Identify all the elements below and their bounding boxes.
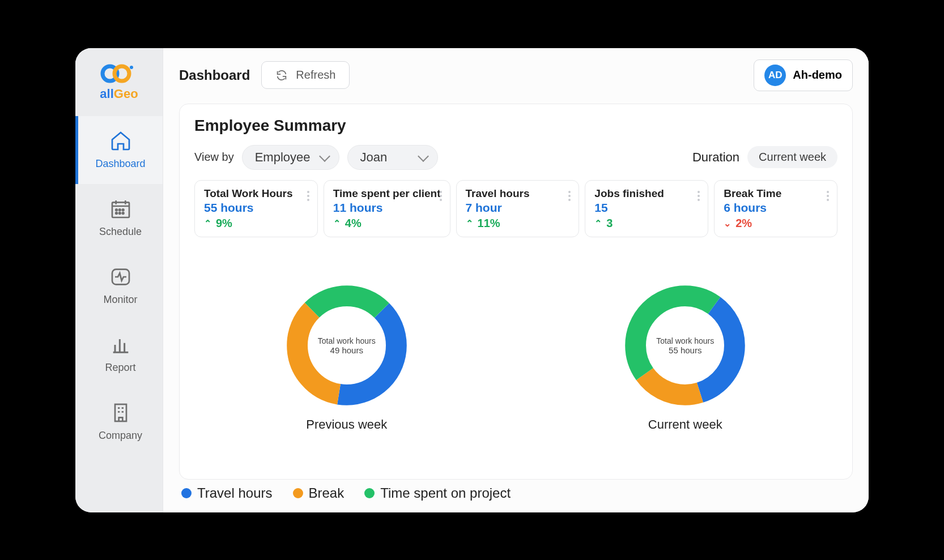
- svg-point-5: [119, 209, 121, 211]
- refresh-icon: [275, 69, 288, 82]
- section-title: Employee Summary: [194, 117, 837, 135]
- activity-icon: [109, 266, 132, 288]
- chevron-down-icon: [418, 151, 429, 162]
- donut-center-value: 55 hours: [656, 345, 714, 355]
- stats-row: Total Work Hours 55 hours ⌃9% Time spent…: [194, 180, 837, 237]
- svg-point-7: [116, 212, 117, 214]
- sidebar-item-monitor[interactable]: Monitor: [75, 252, 163, 320]
- svg-point-6: [122, 209, 124, 211]
- filter-row: View by Employee Joan Duration Current w…: [194, 145, 837, 170]
- more-icon[interactable]: [437, 189, 444, 203]
- stat-card-jobs-finished: Jobs finished 15 ⌃3: [585, 180, 708, 237]
- svg-point-8: [119, 212, 121, 214]
- logo: allGeo: [75, 48, 163, 116]
- legend-item-travel: Travel hours: [181, 485, 273, 501]
- svg-point-9: [122, 212, 124, 214]
- view-by-value: Employee: [255, 150, 311, 165]
- arrow-up-icon: ⌃: [333, 218, 341, 229]
- topbar: Dashboard Refresh AD Ah-demo: [179, 59, 853, 91]
- legend-dot: [293, 488, 303, 498]
- main-content: Dashboard Refresh AD Ah-demo Employee Su…: [163, 48, 869, 512]
- donut-center: Total work hours 55 hours: [656, 336, 714, 355]
- home-icon: [109, 130, 132, 152]
- stat-change: ⌃11%: [466, 217, 570, 230]
- stat-title: Total Work Hours: [204, 187, 308, 200]
- stat-change: ⌃9%: [204, 217, 308, 230]
- refresh-label: Refresh: [296, 69, 335, 82]
- arrow-up-icon: ⌃: [594, 218, 602, 229]
- stat-value: 6 hours: [724, 201, 828, 215]
- svg-point-2: [130, 66, 133, 69]
- legend-item-project: Time spent on project: [364, 485, 511, 501]
- stat-title: Time spent per client: [333, 187, 441, 200]
- donut-center-value: 49 hours: [318, 345, 376, 355]
- legend-label: Travel hours: [197, 485, 273, 501]
- donut-chart: Total work hours 55 hours: [620, 280, 750, 411]
- donut-center-label: Total work hours: [656, 336, 714, 345]
- arrow-up-icon: ⌃: [204, 218, 211, 229]
- sidebar: allGeo Dashboard Schedule Monitor: [75, 48, 163, 512]
- sidebar-item-company[interactable]: Company: [75, 388, 163, 456]
- stat-card-break-time: Break Time 6 hours ⌄2%: [714, 180, 837, 237]
- stat-card-total-work-hours: Total Work Hours 55 hours ⌃9%: [194, 180, 318, 237]
- avatar: AD: [764, 65, 786, 86]
- user-name: Ah-demo: [793, 69, 842, 82]
- sidebar-item-label: Dashboard: [95, 158, 145, 170]
- logo-icon: [100, 63, 135, 84]
- legend: Travel hours Break Time spent on project: [179, 480, 853, 501]
- more-icon[interactable]: [566, 189, 573, 203]
- legend-label: Time spent on project: [380, 485, 511, 501]
- chart-previous-week: Total work hours 49 hours Previous week: [282, 280, 412, 432]
- stat-value: 11 hours: [333, 201, 441, 215]
- chart-current-week: Total work hours 55 hours Current week: [620, 280, 750, 432]
- more-icon[interactable]: [695, 189, 702, 203]
- refresh-button[interactable]: Refresh: [261, 61, 350, 89]
- view-by-label: View by: [194, 151, 234, 164]
- legend-dot: [181, 488, 192, 498]
- view-by-dropdown[interactable]: Employee: [242, 145, 339, 170]
- chevron-down-icon: [319, 151, 330, 162]
- legend-label: Break: [309, 485, 345, 501]
- more-icon[interactable]: [305, 189, 312, 203]
- stat-card-time-per-client: Time spent per client 11 hours ⌃4%: [324, 180, 450, 237]
- stat-title: Break Time: [724, 187, 828, 200]
- sidebar-item-dashboard[interactable]: Dashboard: [75, 116, 163, 184]
- arrow-up-icon: ⌃: [466, 218, 473, 229]
- svg-rect-11: [115, 404, 126, 421]
- duration-pill[interactable]: Current week: [747, 146, 837, 168]
- stat-change: ⌄2%: [724, 217, 828, 230]
- donut-center-label: Total work hours: [318, 336, 376, 345]
- bar-chart-icon: [109, 334, 132, 356]
- sidebar-item-label: Schedule: [99, 226, 142, 238]
- stat-value: 55 hours: [204, 201, 308, 215]
- charts-row: Total work hours 49 hours Previous week: [194, 246, 837, 467]
- stat-value: 15: [594, 201, 699, 215]
- employee-summary-card: Employee Summary View by Employee Joan D…: [179, 104, 853, 480]
- sidebar-item-label: Report: [105, 362, 135, 374]
- chart-title: Current week: [648, 417, 722, 432]
- duration-value: Current week: [759, 151, 826, 163]
- stat-change: ⌃3: [594, 217, 699, 230]
- sidebar-item-label: Company: [99, 430, 142, 442]
- donut-center: Total work hours 49 hours: [318, 336, 376, 355]
- sidebar-item-schedule[interactable]: Schedule: [75, 184, 163, 252]
- sidebar-item-label: Monitor: [103, 294, 137, 306]
- employee-dropdown[interactable]: Joan: [347, 145, 438, 170]
- svg-point-4: [116, 209, 117, 211]
- calendar-icon: [109, 198, 132, 220]
- donut-chart: Total work hours 49 hours: [282, 280, 412, 411]
- app-window: allGeo Dashboard Schedule Monitor: [75, 48, 869, 512]
- page-title: Dashboard: [179, 67, 250, 83]
- arrow-down-icon: ⌄: [724, 218, 731, 229]
- sidebar-item-report[interactable]: Report: [75, 320, 163, 388]
- legend-item-break: Break: [293, 485, 345, 501]
- stat-change: ⌃4%: [333, 217, 441, 230]
- chart-title: Previous week: [306, 417, 387, 432]
- stat-card-travel-hours: Travel hours 7 hour ⌃11%: [456, 180, 580, 237]
- stat-title: Jobs finished: [594, 187, 699, 200]
- legend-dot: [364, 488, 375, 498]
- more-icon[interactable]: [824, 189, 831, 203]
- duration-label: Duration: [692, 150, 739, 165]
- user-menu[interactable]: AD Ah-demo: [754, 59, 853, 91]
- stat-value: 7 hour: [466, 201, 570, 215]
